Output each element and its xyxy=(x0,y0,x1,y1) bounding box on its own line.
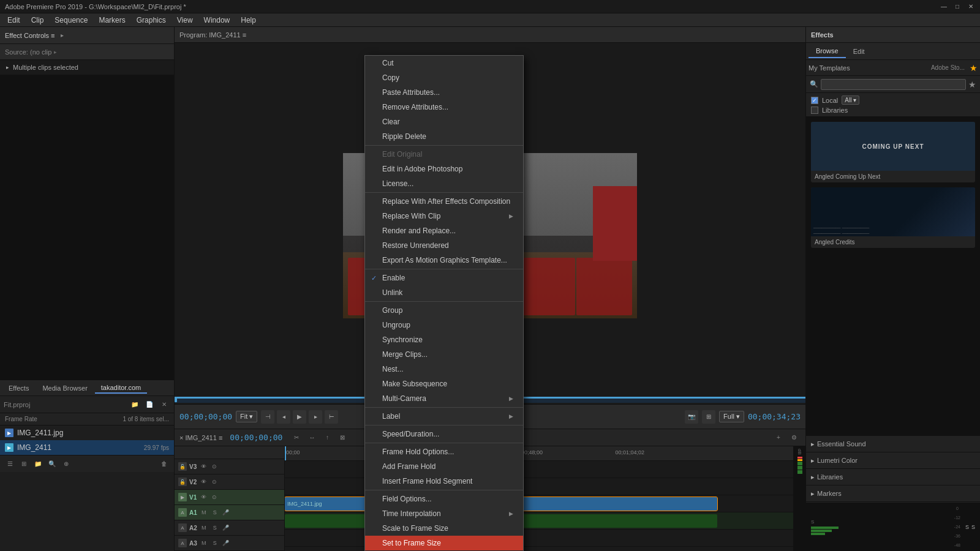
menu-edit[interactable]: Edit xyxy=(2,15,25,26)
ctx-paste-attributes[interactable]: Paste Attributes... xyxy=(365,85,523,100)
a3-mic-icon[interactable]: 🎤 xyxy=(222,539,230,547)
ctx-synchronize[interactable]: Synchronize xyxy=(365,332,523,347)
v1-content[interactable]: IMG_2411.jpg xyxy=(285,495,793,512)
list-view-button[interactable]: ☰ xyxy=(4,458,16,470)
razor-tool-button[interactable]: ✂ xyxy=(290,431,303,444)
v3-content[interactable] xyxy=(285,461,793,478)
ctx-set-to-frame-size[interactable]: Set to Frame Size xyxy=(365,536,523,550)
play-stop-button[interactable]: ▶ xyxy=(293,410,306,424)
add-track-button[interactable]: + xyxy=(772,431,785,444)
ctx-field-options[interactable]: Field Options... xyxy=(365,492,523,506)
go-to-out-button[interactable]: ⊢ xyxy=(325,410,338,424)
ctx-clear[interactable]: Clear xyxy=(365,114,523,129)
v1-eye-icon[interactable]: 👁 xyxy=(199,493,208,501)
ctx-multi-camera[interactable]: Multi-Camera ▶ xyxy=(365,391,523,406)
ctx-make-subsequence[interactable]: Make Subsequence xyxy=(365,377,523,391)
ctx-nest[interactable]: Nest... xyxy=(365,362,523,377)
ctx-restore-unrendered[interactable]: Restore Unrendered xyxy=(365,238,523,253)
a1-content[interactable] xyxy=(285,512,793,530)
a2-content[interactable] xyxy=(285,530,793,547)
settings-button[interactable]: ⚙ xyxy=(787,431,801,444)
folder-button[interactable]: 📁 xyxy=(32,458,44,470)
tab-takaditor[interactable]: takaditor.com xyxy=(95,383,147,394)
ctx-group[interactable]: Group xyxy=(365,303,523,318)
expand-clips-icon[interactable]: ▸ xyxy=(6,64,9,70)
menu-graphics[interactable]: Graphics xyxy=(132,15,171,26)
my-templates-label[interactable]: My Templates xyxy=(809,64,931,72)
ctx-edit-photoshop[interactable]: Edit in Adobe Photoshop xyxy=(365,162,523,176)
ctx-enable[interactable]: Enable xyxy=(365,271,523,285)
menu-markers[interactable]: Markers xyxy=(94,15,130,26)
ctx-copy[interactable]: Copy xyxy=(365,70,523,85)
v3-eye-icon[interactable]: 👁 xyxy=(199,462,208,471)
menu-window[interactable]: Window xyxy=(199,15,235,26)
a2-record-toggle[interactable]: A xyxy=(178,523,187,532)
a3-solo-icon[interactable]: S xyxy=(211,539,219,547)
a3-mute-icon[interactable]: M xyxy=(200,539,208,547)
v2-lock-toggle[interactable]: 🔓 xyxy=(178,478,187,486)
ctx-time-interpolation[interactable]: Time Interpolation ▶ xyxy=(365,506,523,521)
v2-content[interactable] xyxy=(285,478,793,495)
ctx-replace-ae[interactable]: Replace With After Effects Composition xyxy=(365,194,523,209)
new-bin-button[interactable]: 📁 xyxy=(129,399,141,411)
v2-eye-icon[interactable]: 👁 xyxy=(199,478,208,486)
v1-sync-icon[interactable]: ⊙ xyxy=(210,493,219,501)
tab-effects[interactable]: Effects xyxy=(2,383,35,393)
ctx-license[interactable]: License... xyxy=(365,176,523,191)
libraries-checkbox[interactable] xyxy=(811,107,818,114)
ctx-export-mgt[interactable]: Export As Motion Graphics Template... xyxy=(365,253,523,268)
tab-edit[interactable]: Edit xyxy=(846,45,872,58)
local-checkbox[interactable]: ✓ xyxy=(811,97,818,104)
effects-card-angled-credits[interactable]: __________ ____________________ ________… xyxy=(811,187,975,248)
ctx-label[interactable]: Label ▶ xyxy=(365,409,523,424)
project-item-img2411jpg[interactable]: ▶ IMG_2411.jpg xyxy=(0,425,174,440)
extract-button[interactable]: ⊠ xyxy=(336,431,349,444)
go-to-in-button[interactable]: ⊣ xyxy=(261,410,274,424)
expand-source-icon[interactable]: ▸ xyxy=(54,49,57,55)
delete-button[interactable]: 🗑 xyxy=(158,458,170,470)
ctx-scale-to-frame-size[interactable]: Scale to Frame Size xyxy=(365,521,523,536)
new-item-button[interactable]: 📄 xyxy=(143,399,156,411)
ctx-speed-duration[interactable]: Speed/Duration... xyxy=(365,427,523,441)
v2-sync-icon[interactable]: ⊙ xyxy=(210,478,219,486)
libraries-header[interactable]: ▸ Libraries xyxy=(806,469,980,485)
markers-header[interactable]: ▸ Markers xyxy=(806,485,980,501)
ctx-insert-frame-hold-segment[interactable]: Insert Frame Hold Segment xyxy=(365,474,523,489)
ctx-replace-clip[interactable]: Replace With Clip ▶ xyxy=(365,209,523,223)
ctx-frame-hold-options[interactable]: Frame Hold Options... xyxy=(365,444,523,459)
ctx-ungroup[interactable]: Ungroup xyxy=(365,318,523,332)
adobe-stock-label[interactable]: Adobe Sto... xyxy=(931,64,965,71)
expand-icon[interactable]: ▸ xyxy=(61,32,64,39)
v3-lock-toggle[interactable]: 🔓 xyxy=(178,462,187,471)
step-back-button[interactable]: ◂ xyxy=(277,410,290,424)
effects-search-input[interactable] xyxy=(821,79,966,90)
menu-clip[interactable]: Clip xyxy=(26,15,49,26)
ctx-cut[interactable]: Cut xyxy=(365,56,523,70)
clear-button[interactable]: ✕ xyxy=(158,399,170,411)
tab-media-browser[interactable]: Media Browser xyxy=(36,383,93,393)
a1-record-toggle[interactable]: A xyxy=(178,508,187,517)
a2-mute-icon[interactable]: M xyxy=(200,523,208,532)
lumetri-color-header[interactable]: ▸ Lumetri Color xyxy=(806,452,980,468)
effects-card-angled-coming-up-next[interactable]: COMING UP NEXT Angled Coming Up Next xyxy=(811,122,975,182)
menu-view[interactable]: View xyxy=(172,15,198,26)
v3-sync-icon[interactable]: ⊙ xyxy=(210,462,219,471)
menu-help[interactable]: Help xyxy=(236,15,261,26)
a1-mute-icon[interactable]: M xyxy=(200,508,208,517)
v1-lock-toggle[interactable]: ▶ xyxy=(178,493,187,501)
project-item-img2411[interactable]: ▶ IMG_2411 29.97 fps xyxy=(0,440,174,455)
star-filter-icon[interactable]: ★ xyxy=(968,80,976,89)
menu-sequence[interactable]: Sequence xyxy=(50,15,92,26)
ctx-add-frame-hold[interactable]: Add Frame Hold xyxy=(365,459,523,474)
tab-browse[interactable]: Browse xyxy=(809,45,846,58)
ctx-ripple-delete[interactable]: Ripple Delete xyxy=(365,129,523,144)
new-item-btn2[interactable]: ⊕ xyxy=(60,458,72,470)
close-button[interactable]: ✕ xyxy=(967,2,975,11)
fit-dropdown[interactable]: Fit ▾ xyxy=(236,411,257,422)
search-proj-button[interactable]: 🔍 xyxy=(46,458,58,470)
a1-mic-icon[interactable]: 🎤 xyxy=(222,508,230,517)
grid-view-button[interactable]: ⊞ xyxy=(18,458,30,470)
export-frame-button[interactable]: 📷 xyxy=(685,410,698,424)
maximize-button[interactable]: □ xyxy=(953,2,962,11)
a3-content[interactable] xyxy=(285,547,793,551)
